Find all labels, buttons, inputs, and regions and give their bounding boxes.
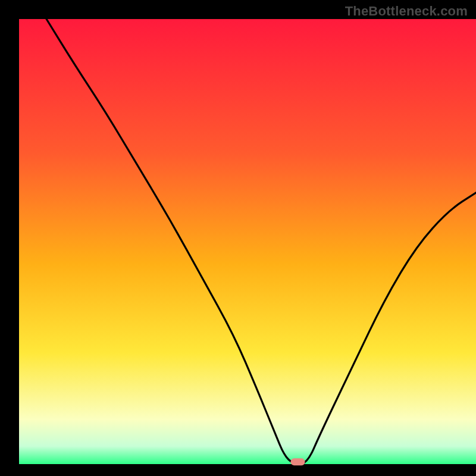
bottleneck-chart	[0, 0, 476, 476]
watermark-text: TheBottleneck.com	[345, 4, 468, 19]
chart-stage: TheBottleneck.com	[0, 0, 476, 476]
optimal-point-marker	[290, 458, 305, 465]
